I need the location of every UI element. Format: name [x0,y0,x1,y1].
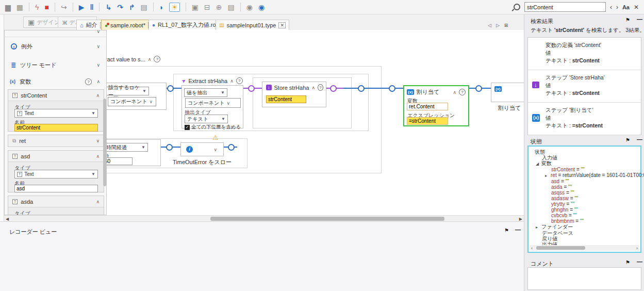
connection-point[interactable] [248,85,255,92]
chevron-up-icon[interactable]: ∧ [148,57,152,62]
help-icon[interactable]: ? [236,77,243,84]
throw-error-node[interactable]: i ∨ [180,142,224,156]
connection-point[interactable] [330,85,337,92]
printer2-icon[interactable]: ▤ [228,4,235,11]
help-icon[interactable]: ? [85,78,92,85]
connection-point[interactable] [475,85,482,92]
store-variable-input[interactable] [266,95,306,103]
chevron-down-icon[interactable]: ∨ [96,138,100,143]
chevron-up-icon[interactable]: ∧ [311,85,315,90]
tab-list-icon[interactable]: ⊞ [504,23,508,28]
search-result-item[interactable]: (x) ステップ '割り当て' 値 テキスト : =strContent [528,103,641,135]
store-node[interactable]: ↓ Store strHaha ∧ ? [262,82,326,107]
search-result-item[interactable]: ↓ ステップ 'Store strHaha' 値 テキスト : strConte… [528,70,641,103]
state-tree-row[interactable]: 状態 [529,149,640,155]
help-icon[interactable]: ? [459,89,466,95]
variable-card-header[interactable]: T asd ∧ [8,151,104,162]
variable-card-header[interactable]: ⧉ ret ∨ [8,135,104,147]
state-tree-row[interactable]: データベース [529,230,640,236]
breakpoint-icon[interactable]: ◗ [159,4,163,11]
globe-icon[interactable]: ◉ [246,4,253,11]
scrollbar-thumb[interactable] [536,246,585,250]
sidebar-scrollbar-thumb[interactable] [103,99,106,186]
chevron-down-icon[interactable]: ∨ [213,147,217,152]
comment-textarea[interactable] [527,267,641,290]
extract-type-dropdown[interactable]: テキスト ▼ [185,115,228,123]
search-result-item[interactable]: 変数の定義 'strContent' 値 テキスト : strContent [528,38,641,70]
timeout-dropdown[interactable]: 時間経過 ▼ [104,143,148,152]
step-out-icon[interactable]: ↱ [129,4,135,11]
timeout-value-input[interactable] [103,157,133,165]
state-tree-row[interactable]: ▸ret = returnValue(date = 1601-01-01T00:… [529,172,640,179]
include-sublayers-checkbox[interactable]: ✓ 全ての下位層を含める [185,124,241,131]
globe-color-icon[interactable]: ◉ [258,4,265,11]
chevron-down-icon[interactable]: ∨ [96,44,100,49]
state-tree-row[interactable]: 入力値 [529,155,640,160]
scroll-right-icon[interactable]: ▶ [519,217,522,221]
pin-icon[interactable]: ⚑ [625,137,630,143]
state-tree-row[interactable]: ◢変数 [529,160,640,167]
stop-icon[interactable]: ■ [44,4,48,11]
store-node-header[interactable]: ↓ Store strHaha ∧ ? [266,84,323,91]
tab-scroll-prev-icon[interactable]: ◁ [488,23,491,28]
minimize-icon[interactable]: — [515,227,521,233]
state-tree-row[interactable]: asd = "" [529,179,640,184]
sidebar-section-clipped[interactable]: ∨ [5,30,106,37]
printer-icon[interactable]: ▤ [141,4,147,11]
sidebar-section-tree-mode[interactable]: ≣ ツリー モード ∨ [5,58,106,72]
state-tree-row[interactable]: asqss = "" [529,190,640,196]
locator-dropdown[interactable]: 該当するロケー... ▼ [106,87,149,95]
collapsed-arrow-icon[interactable]: ▸ [545,173,551,179]
state-tree-row[interactable]: ghnghn = "" [529,207,640,213]
locator-node[interactable]: 該当するロケー... ▼ コンポーネント ∨ [101,83,167,110]
folder-run-icon[interactable]: ↪ [61,4,67,11]
group-header[interactable]: tract value to s... ∧ ? [104,56,160,62]
pin-icon[interactable]: ⚑ [625,260,630,265]
extract-component-box[interactable]: コンポーネント ∨ [185,98,241,108]
scroll-left-icon[interactable]: ‹ [531,246,533,251]
search-next-button[interactable]: › [616,4,618,11]
help-icon[interactable]: ? [318,84,323,91]
state-tree-row[interactable]: strContent = "" [529,167,640,172]
assign-expression-input[interactable] [407,117,448,125]
tab-scroll-next-icon[interactable]: ▷ [496,23,500,28]
scroll-right-icon[interactable]: › [636,246,638,251]
collapse-icon[interactable]: ⊟ [204,4,210,11]
match-case-button[interactable]: Aa [622,4,630,10]
extract-action-dropdown[interactable]: 値を抽出 ▼ [184,88,227,97]
trash-icon[interactable]: ▦ [16,4,23,11]
help-icon[interactable]: ? [154,56,160,62]
minimize-icon[interactable]: — [637,16,642,22]
connection-point[interactable] [167,85,174,92]
state-tree-row[interactable]: bnbmbnm = "" [529,218,640,224]
chevron-up-icon[interactable]: ∧ [96,79,100,84]
connection-point[interactable] [389,85,395,92]
type-select[interactable]: T Text ▼ [14,109,98,118]
chevron-down-icon[interactable]: ∨ [96,62,100,68]
type-select[interactable]: T Text ▼ [14,170,98,179]
state-tree-row[interactable]: 戻り値 [529,236,640,241]
locator-component-box[interactable]: コンポーネント ∨ [108,97,156,106]
step-over-icon[interactable]: ↷ [117,4,123,11]
sidebar-section-variables[interactable]: (x) 変数 ? ∧ [5,75,106,88]
chevron-up-icon[interactable]: ∧ [96,93,100,98]
extract-node-header[interactable]: ➤ Extract strHaha ∧ ? [181,77,243,84]
assign-node-header[interactable]: (x) 割り当て ∧ ? [407,88,466,96]
connection-point[interactable] [358,85,365,92]
scrollbar-thumb[interactable] [210,217,444,221]
debug-bolt-icon[interactable]: ϟ [35,4,39,11]
state-tree-row[interactable]: cvbcvb = "" [529,213,640,218]
minimize-icon[interactable]: — [637,136,642,142]
pause-icon[interactable]: ‖ [90,4,93,11]
expanded-arrow-icon[interactable]: ◢ [536,161,541,167]
collapsed-arrow-icon[interactable]: ▸ [536,224,541,230]
variable-name-input[interactable] [14,124,98,132]
variable-card-header[interactable]: T strContent ∧ [8,90,104,101]
play-icon[interactable]: ▶ [79,4,85,11]
chevron-up-icon[interactable]: ∧ [453,90,456,95]
search-input[interactable] [524,2,606,12]
variable-card-header[interactable]: T asda ∧ [8,196,104,207]
chevron-up-icon[interactable]: ∧ [96,199,100,204]
pin-icon[interactable]: ⚑ [625,17,630,23]
assign2-node[interactable]: (x) [491,83,524,102]
